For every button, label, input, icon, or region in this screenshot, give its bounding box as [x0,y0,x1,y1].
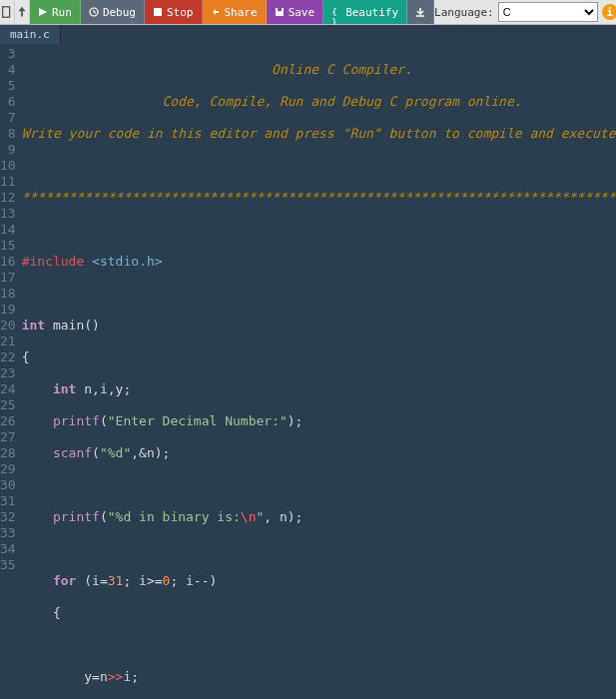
save-icon [275,7,285,17]
code-area[interactable]: Online C Compiler. Code, Compile, Run an… [22,44,616,699]
save-label: Save [289,6,315,19]
svg-rect-0 [3,7,10,18]
clock-icon [89,7,99,17]
run-button[interactable]: Run [30,0,81,24]
language-label: Language: [434,6,494,19]
braces-icon: { } [331,7,341,17]
new-file-icon[interactable] [0,0,15,24]
debug-label: Debug [103,6,136,19]
toolbar: Run Debug Stop Share Save { } Beautify L… [0,0,616,25]
tab-bar: main.c [0,25,616,44]
info-icon[interactable]: i [602,4,616,20]
svg-marker-1 [39,8,47,16]
stop-icon [153,7,163,17]
beautify-button[interactable]: { } Beautify [323,0,407,24]
share-icon [211,7,221,17]
save-button[interactable]: Save [267,0,324,24]
share-button[interactable]: Share [203,0,267,24]
download-button[interactable] [407,0,434,24]
svg-rect-3 [154,8,162,16]
beautify-label: Beautify [345,6,398,19]
download-icon [415,7,425,17]
tab-main-c[interactable]: main.c [0,25,61,44]
language-select[interactable]: C [498,2,598,22]
run-label: Run [52,6,72,19]
svg-rect-5 [278,8,282,11]
play-icon [38,7,48,17]
stop-label: Stop [167,6,194,19]
stop-button[interactable]: Stop [145,0,203,24]
line-gutter: 3456789101112131415161718192021222324252… [0,44,22,699]
upload-icon[interactable] [15,0,30,24]
code-editor[interactable]: 3456789101112131415161718192021222324252… [0,44,616,699]
debug-button[interactable]: Debug [81,0,145,24]
share-label: Share [225,6,258,19]
